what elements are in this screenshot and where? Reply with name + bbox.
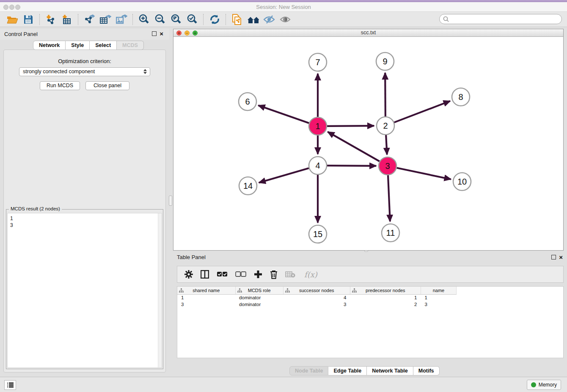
tab-motifs[interactable]: Motifs — [413, 366, 440, 375]
network-window-titlebar[interactable]: × − + scc.txt — [173, 29, 563, 37]
edge-2-9[interactable] — [385, 73, 385, 116]
edge-2-3[interactable] — [386, 135, 387, 155]
mcds-result-area[interactable]: 1 3 — [7, 213, 162, 368]
tab-mcds[interactable]: MCDS — [117, 41, 144, 50]
run-mcds-button[interactable]: Run MCDS — [40, 81, 80, 90]
zoom-in-icon[interactable] — [138, 14, 150, 25]
import-table-icon[interactable] — [61, 14, 73, 25]
table-cell[interactable]: 3 — [177, 301, 235, 308]
toolbar-separator — [132, 14, 133, 25]
table-cell[interactable]: 1 — [421, 294, 456, 301]
table-cell[interactable]: 4 — [283, 294, 350, 301]
tab-node-table[interactable]: Node Table — [289, 366, 328, 375]
edge-2-8[interactable] — [394, 101, 450, 123]
select-all-icon[interactable] — [217, 271, 228, 277]
edge-1-2[interactable] — [327, 126, 374, 126]
deselect-all-icon[interactable] — [235, 271, 246, 277]
tab-network[interactable]: Network — [33, 41, 66, 50]
edge-1-6[interactable] — [258, 105, 309, 123]
show-hidden-icon[interactable] — [279, 14, 291, 25]
save-session-icon[interactable] — [22, 14, 34, 25]
control-panel-buttons: × — [152, 31, 163, 36]
duplicate-network-icon[interactable] — [231, 14, 243, 25]
column-header-name[interactable]: name — [421, 287, 456, 294]
delete-table-icon[interactable] — [285, 271, 295, 278]
hide-selected-icon[interactable] — [263, 14, 275, 25]
memory-button[interactable]: Memory — [527, 380, 561, 390]
float-table-panel-icon[interactable] — [551, 255, 556, 259]
memory-status-icon — [531, 382, 536, 387]
first-neighbors-icon[interactable] — [247, 14, 259, 25]
delete-column-icon[interactable] — [270, 270, 278, 279]
node-table: shared nameMCDS rolesuccessor nodesprede… — [177, 286, 564, 358]
edge-3-10[interactable] — [397, 168, 451, 179]
node-label-11: 11 — [386, 228, 395, 237]
tab-network-table[interactable]: Network Table — [367, 366, 413, 375]
node-label-6: 6 — [245, 97, 250, 106]
node-label-2: 2 — [383, 121, 388, 130]
column-header-shared-name[interactable]: shared name — [177, 287, 235, 294]
table-panel-tabs: Node Table Edge Table Network Table Moti… — [289, 366, 440, 375]
toolbar-separator — [226, 14, 226, 25]
table-row[interactable]: 1dominator411 — [177, 294, 457, 301]
zoom-selected-icon[interactable] — [186, 14, 198, 25]
close-table-panel-icon[interactable]: × — [559, 255, 563, 259]
refresh-layout-icon[interactable] — [209, 14, 220, 25]
optimization-criterion-select[interactable]: strongly connected component — [19, 67, 150, 76]
edge-4-3[interactable] — [327, 166, 376, 166]
table-cell[interactable]: dominator — [235, 301, 283, 308]
node-label-7: 7 — [315, 58, 320, 67]
mcds-result-group: MCDS result (2 nodes) 1 3 — [6, 209, 163, 369]
window-close-icon[interactable] — [3, 5, 8, 10]
export-network-icon[interactable] — [83, 14, 95, 25]
search-input[interactable] — [451, 15, 561, 23]
column-header-successor-nodes[interactable]: successor nodes — [283, 287, 350, 294]
toolbar-separator — [39, 14, 40, 25]
mcds-result-text: 1 3 — [8, 213, 162, 230]
table-cell[interactable]: 3 — [421, 301, 456, 308]
table-panel-header: Table Panel × — [173, 252, 567, 262]
edge-3-11[interactable] — [388, 175, 390, 221]
zoom-fit-icon[interactable] — [170, 14, 182, 25]
column-header-MCDS-role[interactable]: MCDS role — [235, 287, 283, 294]
vertical-splitter-grip[interactable] — [169, 196, 172, 206]
export-image-icon[interactable] — [116, 14, 127, 25]
table-cell[interactable]: 1 — [177, 294, 235, 301]
console-button[interactable] — [4, 380, 16, 390]
node-label-9: 9 — [383, 57, 387, 66]
network-minimize-icon[interactable]: − — [184, 30, 190, 36]
tab-style[interactable]: Style — [66, 41, 90, 50]
network-maximize-icon[interactable]: + — [193, 30, 198, 36]
function-builder-icon[interactable]: f(x) — [304, 270, 317, 279]
column-header-predecessor-nodes[interactable]: predecessor nodes — [350, 287, 421, 294]
table-row[interactable]: 3dominator323 — [177, 301, 457, 308]
zoom-out-icon[interactable] — [154, 14, 166, 25]
search-box[interactable] — [439, 14, 562, 24]
window-zoom-icon[interactable] — [15, 5, 20, 10]
task-list-icon — [7, 382, 14, 388]
close-panel-icon[interactable]: × — [160, 31, 163, 36]
add-column-icon[interactable] — [254, 270, 262, 279]
export-table-icon[interactable] — [99, 14, 111, 25]
table-cell[interactable]: 2 — [350, 301, 421, 308]
close-panel-button[interactable]: Close panel — [85, 81, 129, 90]
table-cell[interactable]: 1 — [350, 294, 421, 301]
import-network-icon[interactable] — [45, 14, 57, 25]
table-settings-icon[interactable] — [184, 270, 193, 279]
select-stepper-icon — [143, 69, 147, 74]
result-scrollbar[interactable] — [158, 213, 162, 367]
network-canvas[interactable]: 7968124314101511 — [173, 37, 563, 250]
open-session-icon[interactable] — [6, 14, 18, 25]
control-panel-title: Control Panel — [4, 31, 38, 37]
network-close-icon[interactable]: × — [176, 30, 182, 36]
window-minimize-icon[interactable] — [9, 5, 14, 10]
edge-4-14[interactable] — [259, 168, 309, 182]
tab-edge-table[interactable]: Edge Table — [328, 366, 367, 375]
split-view-icon[interactable] — [201, 270, 209, 279]
table-cell[interactable]: dominator — [235, 294, 283, 301]
tab-select[interactable]: Select — [90, 41, 117, 50]
float-panel-icon[interactable] — [152, 31, 157, 36]
table-cell[interactable]: 3 — [283, 301, 350, 308]
node-label-4: 4 — [315, 161, 320, 170]
edge-3-1[interactable] — [328, 132, 379, 161]
